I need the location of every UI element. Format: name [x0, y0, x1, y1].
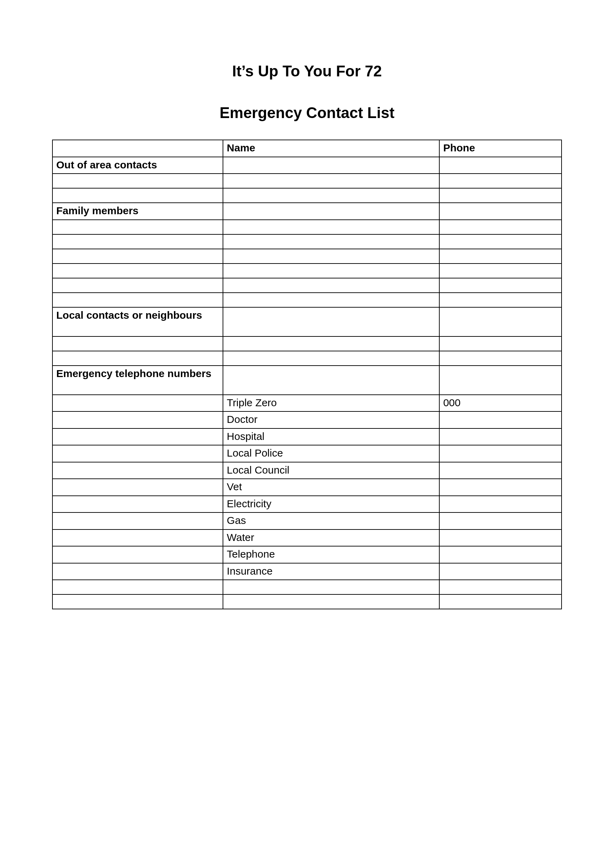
cell-phone: [439, 513, 561, 530]
section-family: Family members: [53, 203, 561, 220]
cell: [223, 307, 439, 336]
cell-label: [53, 428, 223, 445]
section-out-of-area: Out of area contacts: [53, 157, 561, 174]
cell-label: [53, 462, 223, 479]
cell-name: Triple Zero: [223, 395, 439, 412]
cell-phone: [439, 563, 561, 580]
emergency-row: Doctor: [53, 411, 561, 428]
cell-name: Hospital: [223, 428, 439, 445]
blank-row: [53, 336, 561, 351]
cell-label: [53, 496, 223, 513]
cell-phone: [439, 546, 561, 563]
blank-row: [53, 249, 561, 264]
emergency-row: Triple Zero 000: [53, 395, 561, 412]
blank-row: [53, 220, 561, 234]
cell-name: Insurance: [223, 563, 439, 580]
cell-name: Telephone: [223, 546, 439, 563]
cell: [439, 203, 561, 220]
cell-name: Electricity: [223, 496, 439, 513]
cell: [223, 203, 439, 220]
blank-row: [53, 264, 561, 278]
emergency-row: Insurance: [53, 563, 561, 580]
cell: [223, 366, 439, 395]
header-col2: Name: [223, 140, 439, 157]
contact-table: Name Phone Out of area contacts Family m…: [52, 140, 562, 609]
cell-label: [53, 530, 223, 547]
cell-label: [53, 479, 223, 496]
header-row: Name Phone: [53, 140, 561, 157]
section-local: Local contacts or neighbours: [53, 307, 561, 336]
cell-phone: [439, 530, 561, 547]
cell-phone: [439, 462, 561, 479]
blank-row: [53, 234, 561, 249]
cell-phone: [439, 479, 561, 496]
blank-row: [53, 174, 561, 188]
cell-phone: [439, 411, 561, 428]
cell-name: Doctor: [223, 411, 439, 428]
blank-row: [53, 188, 561, 203]
page-title-1: It’s Up To You For 72: [52, 62, 562, 80]
cell-label: [53, 445, 223, 462]
cell-phone: [439, 496, 561, 513]
cell: [439, 366, 561, 395]
emergency-row: Water: [53, 530, 561, 547]
cell: [223, 157, 439, 174]
section-label: Emergency telephone numbers: [53, 366, 223, 395]
blank-row: [53, 278, 561, 293]
emergency-row: Local Council: [53, 462, 561, 479]
cell-phone: [439, 445, 561, 462]
section-label: Family members: [53, 203, 223, 220]
section-emergency: Emergency telephone numbers: [53, 366, 561, 395]
header-col3: Phone: [439, 140, 561, 157]
cell-name: Local Council: [223, 462, 439, 479]
cell-label: [53, 395, 223, 412]
cell-name: Water: [223, 530, 439, 547]
blank-row: [53, 594, 561, 609]
blank-row: [53, 293, 561, 307]
header-col1: [53, 140, 223, 157]
cell-label: [53, 563, 223, 580]
emergency-row: Vet: [53, 479, 561, 496]
cell-name: Local Police: [223, 445, 439, 462]
page-title-2: Emergency Contact List: [52, 104, 562, 121]
cell-phone: 000: [439, 395, 561, 412]
section-label: Out of area contacts: [53, 157, 223, 174]
cell-label: [53, 513, 223, 530]
cell-label: [53, 546, 223, 563]
cell-label: [53, 411, 223, 428]
cell: [439, 307, 561, 336]
cell-phone: [439, 428, 561, 445]
emergency-row: Local Police: [53, 445, 561, 462]
blank-row: [53, 580, 561, 594]
table-body: Name Phone Out of area contacts Family m…: [53, 140, 561, 609]
section-label: Local contacts or neighbours: [53, 307, 223, 336]
emergency-row: Electricity: [53, 496, 561, 513]
cell-name: Gas: [223, 513, 439, 530]
cell: [439, 157, 561, 174]
emergency-row: Hospital: [53, 428, 561, 445]
emergency-row: Telephone: [53, 546, 561, 563]
cell-name: Vet: [223, 479, 439, 496]
blank-row: [53, 351, 561, 366]
emergency-row: Gas: [53, 513, 561, 530]
